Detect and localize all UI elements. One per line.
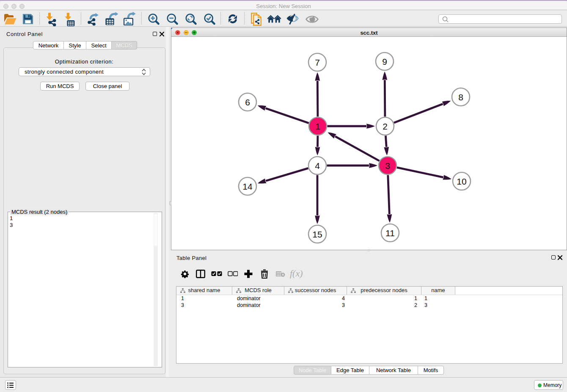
svg-text:3: 3 [385,161,390,171]
svg-text:2: 2 [383,121,388,131]
svg-text:9: 9 [382,57,387,66]
svg-text:6: 6 [245,97,250,107]
svg-text:11: 11 [385,228,395,238]
svg-text:7: 7 [315,58,320,67]
svg-text:8: 8 [458,92,463,102]
svg-text:15: 15 [312,229,322,239]
svg-text:1: 1 [315,121,320,131]
svg-text:10: 10 [457,177,466,186]
svg-text:4: 4 [315,161,320,171]
svg-text:14: 14 [242,182,253,191]
